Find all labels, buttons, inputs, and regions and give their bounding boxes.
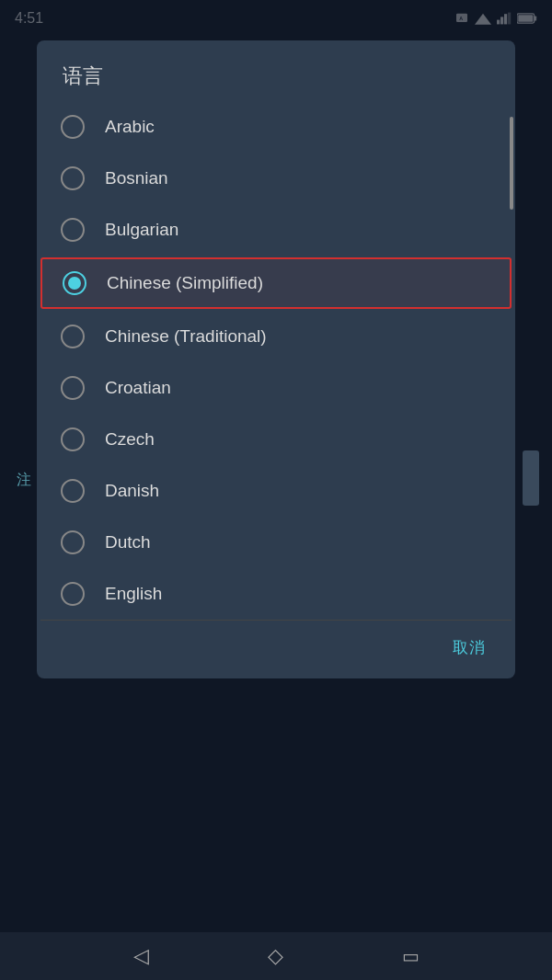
language-item-bosnian[interactable]: Bosnian xyxy=(37,153,515,204)
language-dialog: 语言 Arabic Bosnian Bulgarian Chinese (Sim… xyxy=(37,40,515,678)
language-item-danish[interactable]: Danish xyxy=(37,465,515,517)
radio-arabic[interactable] xyxy=(61,115,85,139)
radio-dutch[interactable] xyxy=(61,530,85,554)
radio-english[interactable] xyxy=(61,582,85,606)
language-item-chinese-traditional[interactable]: Chinese (Traditional) xyxy=(37,311,515,362)
language-label-chinese-traditional: Chinese (Traditional) xyxy=(105,326,267,347)
radio-croatian[interactable] xyxy=(61,376,85,400)
radio-bosnian[interactable] xyxy=(61,166,85,190)
dialog-title: 语言 xyxy=(37,40,515,101)
language-item-dutch[interactable]: Dutch xyxy=(37,517,515,568)
language-item-chinese-simplified[interactable]: Chinese (Simplified) xyxy=(40,257,512,309)
language-item-english[interactable]: English xyxy=(37,568,515,620)
language-label-croatian: Croatian xyxy=(105,378,171,398)
language-label-danish: Danish xyxy=(105,481,159,501)
home-button[interactable]: ◇ xyxy=(268,944,283,968)
recent-apps-button[interactable]: ▭ xyxy=(402,945,420,967)
language-label-bulgarian: Bulgarian xyxy=(105,220,178,240)
radio-chinese-traditional[interactable] xyxy=(61,325,85,348)
language-label-czech: Czech xyxy=(105,429,155,450)
language-list: Arabic Bosnian Bulgarian Chinese (Simpli… xyxy=(37,101,515,620)
radio-bulgarian[interactable] xyxy=(61,218,85,242)
side-right-indicator xyxy=(523,450,539,506)
language-label-dutch: Dutch xyxy=(105,532,151,553)
radio-czech[interactable] xyxy=(61,427,85,451)
language-item-croatian[interactable]: Croatian xyxy=(37,362,515,414)
language-label-english: English xyxy=(105,584,162,604)
language-label-bosnian: Bosnian xyxy=(105,168,168,188)
radio-dot-chinese-simplified xyxy=(68,277,81,290)
back-button[interactable]: ◁ xyxy=(133,944,149,968)
bottom-nav-bar: ◁ ◇ ▭ xyxy=(0,932,552,980)
language-label-chinese-simplified: Chinese (Simplified) xyxy=(107,273,263,293)
radio-chinese-simplified[interactable] xyxy=(63,271,86,295)
language-item-arabic[interactable]: Arabic xyxy=(37,101,515,153)
dialog-footer: 取消 xyxy=(37,621,515,678)
language-label-arabic: Arabic xyxy=(105,117,155,137)
language-item-bulgarian[interactable]: Bulgarian xyxy=(37,204,515,256)
side-left-hint: 注 xyxy=(17,471,31,490)
language-item-czech[interactable]: Czech xyxy=(37,414,515,465)
cancel-button[interactable]: 取消 xyxy=(440,630,499,666)
scroll-thumb xyxy=(510,117,513,211)
radio-danish[interactable] xyxy=(61,479,85,503)
